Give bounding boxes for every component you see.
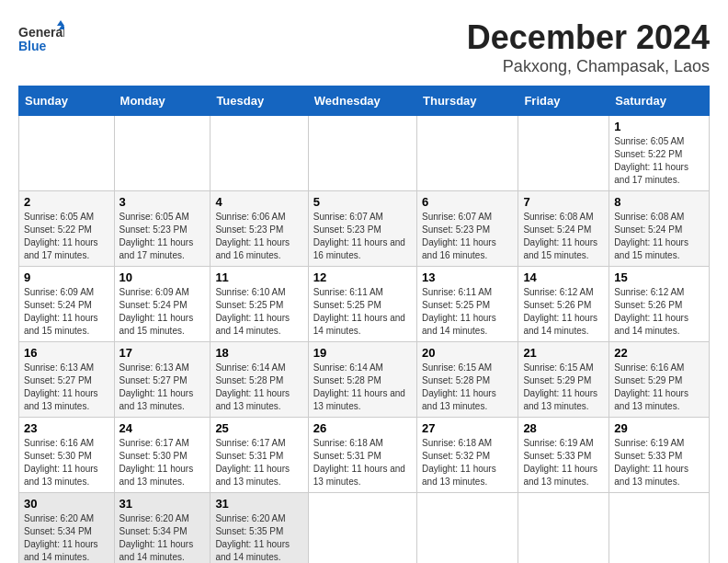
day-info: Sunrise: 6:18 AMSunset: 5:32 PMDaylight:…	[422, 438, 496, 487]
day-number: 9	[24, 270, 109, 284]
month-title: December 2024	[467, 18, 710, 57]
day-number: 31	[215, 497, 302, 511]
calendar-cell: 7 Sunrise: 6:08 AMSunset: 5:24 PMDayligh…	[518, 191, 609, 267]
day-info: Sunrise: 6:15 AMSunset: 5:28 PMDaylight:…	[422, 362, 496, 411]
header: General Blue December 2024 Pakxong, Cham…	[18, 18, 710, 76]
day-info: Sunrise: 6:09 AMSunset: 5:24 PMDaylight:…	[119, 287, 194, 336]
day-number: 15	[614, 270, 704, 284]
calendar-cell	[308, 116, 416, 191]
day-info: Sunrise: 6:06 AMSunset: 5:23 PMDaylight:…	[215, 212, 290, 260]
day-header-tuesday: Tuesday	[210, 86, 308, 116]
day-number: 10	[119, 270, 206, 284]
calendar-cell: 29 Sunrise: 6:19 AMSunset: 5:33 PMDaylig…	[609, 418, 710, 493]
day-number: 22	[614, 346, 704, 360]
calendar-cell: 28 Sunrise: 6:19 AMSunset: 5:33 PMDaylig…	[518, 418, 609, 493]
day-number: 31	[119, 497, 206, 511]
calendar-cell	[308, 493, 416, 564]
day-number: 13	[422, 270, 513, 284]
calendar-cell: 6 Sunrise: 6:07 AMSunset: 5:23 PMDayligh…	[417, 191, 518, 267]
day-number: 24	[119, 421, 206, 435]
calendar-cell: 31 Sunrise: 6:20 AMSunset: 5:35 PMDaylig…	[210, 493, 308, 564]
calendar-cell: 16 Sunrise: 6:13 AMSunset: 5:27 PMDaylig…	[19, 342, 115, 418]
day-info: Sunrise: 6:18 AMSunset: 5:31 PMDaylight:…	[313, 438, 405, 487]
day-number: 20	[422, 346, 513, 360]
day-number: 27	[422, 421, 513, 435]
day-number: 21	[523, 346, 604, 360]
day-number: 8	[614, 195, 704, 209]
day-number: 18	[215, 346, 302, 360]
day-info: Sunrise: 6:20 AMSunset: 5:35 PMDaylight:…	[215, 513, 290, 562]
calendar-cell: 27 Sunrise: 6:18 AMSunset: 5:32 PMDaylig…	[417, 418, 518, 493]
day-number: 19	[313, 346, 412, 360]
calendar-cell: 2 Sunrise: 6:05 AMSunset: 5:22 PMDayligh…	[19, 191, 115, 267]
day-header-monday: Monday	[114, 86, 210, 116]
day-header-saturday: Saturday	[609, 86, 710, 116]
calendar-cell: 8 Sunrise: 6:08 AMSunset: 5:24 PMDayligh…	[609, 191, 710, 267]
calendar-cell	[19, 116, 115, 191]
day-info: Sunrise: 6:13 AMSunset: 5:27 PMDaylight:…	[24, 362, 98, 411]
day-number: 5	[313, 195, 412, 209]
calendar-cell: 22 Sunrise: 6:16 AMSunset: 5:29 PMDaylig…	[609, 342, 710, 418]
day-number: 17	[119, 346, 206, 360]
svg-text:Blue: Blue	[18, 39, 47, 53]
day-info: Sunrise: 6:20 AMSunset: 5:34 PMDaylight:…	[24, 513, 98, 562]
calendar-cell: 14 Sunrise: 6:12 AMSunset: 5:26 PMDaylig…	[518, 267, 609, 342]
title-area: December 2024 Pakxong, Champasak, Laos	[467, 18, 710, 76]
day-header-wednesday: Wednesday	[308, 86, 416, 116]
calendar-cell: 13 Sunrise: 6:11 AMSunset: 5:25 PMDaylig…	[417, 267, 518, 342]
day-info: Sunrise: 6:20 AMSunset: 5:34 PMDaylight:…	[119, 513, 194, 562]
day-info: Sunrise: 6:11 AMSunset: 5:25 PMDaylight:…	[422, 287, 496, 336]
calendar-week-6: 30 Sunrise: 6:20 AMSunset: 5:34 PMDaylig…	[19, 493, 710, 564]
calendar-cell	[609, 493, 710, 564]
calendar-table: SundayMondayTuesdayWednesdayThursdayFrid…	[18, 86, 710, 563]
calendar-week-4: 16 Sunrise: 6:13 AMSunset: 5:27 PMDaylig…	[19, 342, 710, 418]
calendar-cell: 25 Sunrise: 6:17 AMSunset: 5:31 PMDaylig…	[210, 418, 308, 493]
day-header-sunday: Sunday	[19, 86, 115, 116]
day-info: Sunrise: 6:08 AMSunset: 5:24 PMDaylight:…	[523, 212, 597, 260]
calendar-week-3: 9 Sunrise: 6:09 AMSunset: 5:24 PMDayligh…	[19, 267, 710, 342]
day-info: Sunrise: 6:19 AMSunset: 5:33 PMDaylight:…	[614, 438, 688, 487]
day-info: Sunrise: 6:05 AMSunset: 5:22 PMDaylight:…	[24, 212, 98, 260]
calendar-cell: 15 Sunrise: 6:12 AMSunset: 5:26 PMDaylig…	[609, 267, 710, 342]
calendar-cell: 23 Sunrise: 6:16 AMSunset: 5:30 PMDaylig…	[19, 418, 115, 493]
calendar-cell: 10 Sunrise: 6:09 AMSunset: 5:24 PMDaylig…	[114, 267, 210, 342]
day-number: 7	[523, 195, 604, 209]
day-info: Sunrise: 6:10 AMSunset: 5:25 PMDaylight:…	[215, 287, 290, 336]
calendar-cell	[518, 116, 609, 191]
day-info: Sunrise: 6:05 AMSunset: 5:23 PMDaylight:…	[119, 212, 194, 260]
day-number: 23	[24, 421, 109, 435]
day-number: 14	[523, 270, 604, 284]
day-number: 3	[119, 195, 206, 209]
day-number: 30	[24, 497, 109, 511]
calendar-cell: 24 Sunrise: 6:17 AMSunset: 5:30 PMDaylig…	[114, 418, 210, 493]
calendar-cell: 4 Sunrise: 6:06 AMSunset: 5:23 PMDayligh…	[210, 191, 308, 267]
calendar-cell	[518, 493, 609, 564]
calendar-cell	[417, 493, 518, 564]
calendar-cell: 30 Sunrise: 6:20 AMSunset: 5:34 PMDaylig…	[19, 493, 115, 564]
day-info: Sunrise: 6:17 AMSunset: 5:31 PMDaylight:…	[215, 438, 290, 487]
day-info: Sunrise: 6:14 AMSunset: 5:28 PMDaylight:…	[313, 362, 405, 411]
day-number: 16	[24, 346, 109, 360]
calendar-cell: 9 Sunrise: 6:09 AMSunset: 5:24 PMDayligh…	[19, 267, 115, 342]
day-info: Sunrise: 6:05 AMSunset: 5:22 PMDaylight:…	[614, 136, 688, 185]
day-number: 28	[523, 421, 604, 435]
day-info: Sunrise: 6:09 AMSunset: 5:24 PMDaylight:…	[24, 287, 98, 336]
day-info: Sunrise: 6:12 AMSunset: 5:26 PMDaylight:…	[523, 287, 597, 336]
day-number: 6	[422, 195, 513, 209]
logo-icon: General Blue	[18, 18, 64, 55]
calendar-week-2: 2 Sunrise: 6:05 AMSunset: 5:22 PMDayligh…	[19, 191, 710, 267]
calendar-cell	[417, 116, 518, 191]
calendar-cell: 31 Sunrise: 6:20 AMSunset: 5:34 PMDaylig…	[114, 493, 210, 564]
calendar-cell: 3 Sunrise: 6:05 AMSunset: 5:23 PMDayligh…	[114, 191, 210, 267]
calendar-cell	[114, 116, 210, 191]
calendar-cell: 12 Sunrise: 6:11 AMSunset: 5:25 PMDaylig…	[308, 267, 416, 342]
calendar-cell: 17 Sunrise: 6:13 AMSunset: 5:27 PMDaylig…	[114, 342, 210, 418]
day-number: 26	[313, 421, 412, 435]
day-info: Sunrise: 6:16 AMSunset: 5:29 PMDaylight:…	[614, 362, 688, 411]
day-header-thursday: Thursday	[417, 86, 518, 116]
day-info: Sunrise: 6:11 AMSunset: 5:25 PMDaylight:…	[313, 287, 405, 336]
svg-marker-2	[57, 20, 64, 26]
day-info: Sunrise: 6:15 AMSunset: 5:29 PMDaylight:…	[523, 362, 597, 411]
day-info: Sunrise: 6:16 AMSunset: 5:30 PMDaylight:…	[24, 438, 98, 487]
calendar-cell: 1 Sunrise: 6:05 AMSunset: 5:22 PMDayligh…	[609, 116, 710, 191]
